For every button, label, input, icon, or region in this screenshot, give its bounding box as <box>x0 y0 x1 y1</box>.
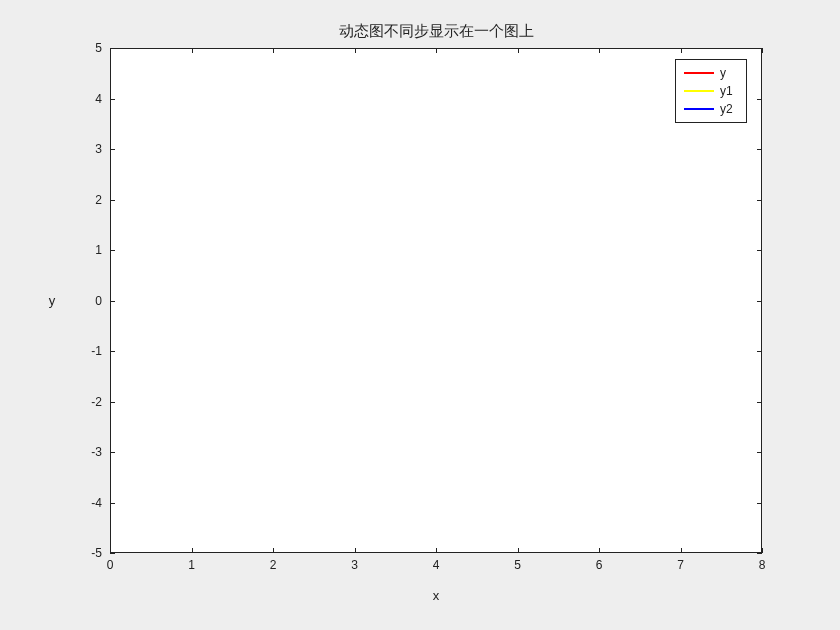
y-tick-label: 5 <box>72 41 102 55</box>
chart-title: 动态图不同步显示在一个图上 <box>110 22 762 41</box>
x-tick <box>436 48 437 53</box>
x-tick <box>436 548 437 553</box>
y-tick <box>110 503 115 504</box>
y-tick <box>110 402 115 403</box>
x-tick <box>518 48 519 53</box>
x-tick <box>192 48 193 53</box>
x-tick <box>599 48 600 53</box>
y-tick <box>110 301 115 302</box>
y-tick <box>110 351 115 352</box>
x-tick <box>762 548 763 553</box>
x-tick <box>599 548 600 553</box>
y-tick <box>110 200 115 201</box>
x-tick-label: 3 <box>351 558 358 572</box>
y-tick-label: 3 <box>72 142 102 156</box>
y-tick <box>757 553 762 554</box>
x-tick <box>681 48 682 53</box>
y-tick-label: -3 <box>72 445 102 459</box>
y-tick-label: 0 <box>72 294 102 308</box>
legend-swatch-y <box>684 72 714 74</box>
y-tick <box>757 452 762 453</box>
y-tick-label: 4 <box>72 92 102 106</box>
y-tick <box>110 149 115 150</box>
x-tick-label: 1 <box>188 558 195 572</box>
y-tick <box>110 452 115 453</box>
y-tick <box>757 149 762 150</box>
x-tick-label: 7 <box>677 558 684 572</box>
legend-entry: y2 <box>684 100 738 118</box>
y-tick-label: -5 <box>72 546 102 560</box>
y-tick <box>110 250 115 251</box>
x-tick-label: 6 <box>596 558 603 572</box>
x-tick <box>355 48 356 53</box>
x-tick <box>273 548 274 553</box>
y-tick <box>757 503 762 504</box>
x-axis-label: x <box>110 588 762 603</box>
legend[interactable]: y y1 y2 <box>675 59 747 123</box>
x-tick-label: 8 <box>759 558 766 572</box>
x-tick <box>273 48 274 53</box>
y-tick-label: -1 <box>72 344 102 358</box>
y-tick <box>757 99 762 100</box>
y-tick <box>110 48 115 49</box>
y-axis-label: y <box>42 48 62 553</box>
x-tick <box>762 48 763 53</box>
legend-entry: y <box>684 64 738 82</box>
x-tick-label: 2 <box>270 558 277 572</box>
x-tick <box>355 548 356 553</box>
x-tick <box>192 548 193 553</box>
legend-label: y1 <box>720 84 738 98</box>
legend-swatch-y2 <box>684 108 714 110</box>
y-tick <box>757 402 762 403</box>
x-tick-label: 0 <box>107 558 114 572</box>
y-tick-label: 1 <box>72 243 102 257</box>
y-tick-label: 2 <box>72 193 102 207</box>
x-tick <box>681 548 682 553</box>
y-tick <box>757 250 762 251</box>
legend-label: y <box>720 66 738 80</box>
y-tick <box>110 99 115 100</box>
x-tick-label: 4 <box>433 558 440 572</box>
legend-entry: y1 <box>684 82 738 100</box>
y-tick <box>757 200 762 201</box>
y-tick <box>757 351 762 352</box>
x-tick <box>518 548 519 553</box>
y-tick-label: -4 <box>72 496 102 510</box>
x-tick-label: 5 <box>514 558 521 572</box>
legend-label: y2 <box>720 102 738 116</box>
y-tick <box>110 553 115 554</box>
y-tick-label: -2 <box>72 395 102 409</box>
legend-swatch-y1 <box>684 90 714 92</box>
y-tick <box>757 48 762 49</box>
axes[interactable]: y y1 y2 <box>110 48 762 553</box>
y-tick <box>757 301 762 302</box>
figure: 动态图不同步显示在一个图上 y y y1 y2 x 012345678-5-4-… <box>0 0 840 630</box>
